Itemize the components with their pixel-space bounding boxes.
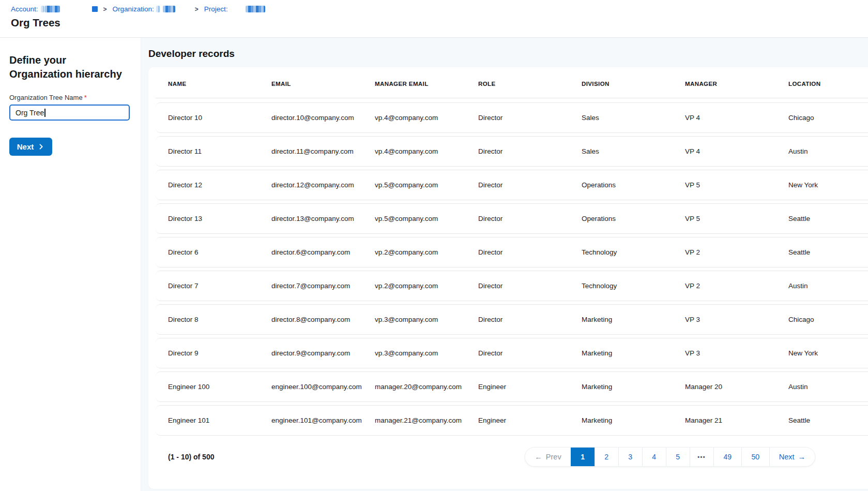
table-cell: Director 8 [168,316,271,323]
table-cell: Director [478,316,582,323]
table-cell: vp.3@company.com [375,316,478,323]
redacted-value [92,6,98,12]
sidebar: Define your Organization hierarchy Organ… [0,38,141,491]
table-cell: VP 3 [685,349,788,357]
table-cell: Sales [582,114,685,122]
table-cell: vp.5@company.com [375,181,478,189]
column-header: MANAGER [685,81,788,87]
table-cell: Director 10 [168,114,271,122]
table-row: Director 8director.8@company.comvp.3@com… [156,304,868,335]
table-cell: VP 5 [685,181,788,189]
page-button-1[interactable]: 1 [571,448,595,466]
page-button-5[interactable]: 5 [666,448,690,466]
table-cell: Director 12 [168,181,271,189]
table-cell: VP 3 [685,316,788,323]
column-header: MANAGER EMAIL [375,81,478,87]
table-cell: Austin [788,282,868,290]
developer-records-heading: Developer records [148,48,868,59]
table-cell: vp.2@company.com [375,282,478,290]
table-cell: Seattle [788,215,868,222]
table-cell: New York [788,349,868,357]
table-cell: vp.2@company.com [375,248,478,256]
table-cell: VP 2 [685,282,788,290]
table-cell: Marketing [582,416,685,424]
table-cell: VP 4 [685,114,788,122]
table-cell: vp.4@company.com [375,114,478,122]
table-cell: Director 7 [168,282,271,290]
table-header-row: NAMEEMAILMANAGER EMAILROLEDIVISIONMANAGE… [156,69,868,98]
table-cell: Director 11 [168,147,271,155]
table-cell: Engineer [478,416,582,424]
page-button-50[interactable]: 50 [741,448,769,466]
table-cell: director.8@company.com [271,316,375,323]
next-page-button[interactable]: Next → [769,448,815,466]
table-cell: manager.20@company.com [375,383,478,391]
table-row: Engineer 100engineer.100@company.commana… [156,371,868,402]
table-cell: vp.3@company.com [375,349,478,357]
table-cell: Operations [582,215,685,222]
org-tree-name-input-value: Org Tree [16,109,44,117]
table-cell: Engineer 100 [168,383,271,391]
table-row: Director 6director.6@company.comvp.2@com… [156,237,868,267]
breadcrumb-account-link[interactable]: Account: [11,5,38,13]
arrow-right-icon: → [798,453,806,461]
table-cell: director.9@company.com [271,349,375,357]
chevron-right-icon [38,143,44,150]
table-cell: vp.5@company.com [375,215,478,222]
table-cell: Engineer [478,383,582,391]
table-cell: director.10@company.com [271,114,375,122]
table-cell: VP 5 [685,215,788,222]
table-cell: Director 6 [168,248,271,256]
main-panel: Developer records NAMEEMAILMANAGER EMAIL… [141,38,868,491]
breadcrumb-organization-link[interactable]: Organization: [113,5,154,13]
chevron-right-icon: > [103,6,107,13]
table-row: Director 12director.12@company.comvp.5@c… [156,170,868,200]
arrow-left-icon: ← [535,453,542,461]
org-tree-name-label: Organization Tree Name* [9,94,130,101]
table-cell: Director [478,147,582,155]
table-row: Director 11director.11@company.comvp.4@c… [156,136,868,167]
table-cell: director.6@company.com [271,248,375,256]
breadcrumb: Account: > Organization: > Project: [11,5,868,13]
table-cell: Director [478,248,582,256]
table-cell: Marketing [582,316,685,323]
table-cell: engineer.101@company.com [271,416,375,424]
sidebar-heading: Define your Organization hierarchy [9,53,127,81]
table-cell: Director [478,349,582,357]
table-cell: director.11@company.com [271,147,375,155]
developer-records-card: NAMEEMAILMANAGER EMAILROLEDIVISIONMANAGE… [148,67,868,489]
chevron-right-icon: > [195,6,199,13]
page-button-3[interactable]: 3 [618,448,642,466]
table-footer: (1 - 10) of 500 ← Prev 12345•••4950 Next… [156,439,868,475]
table-row: Director 10director.10@company.comvp.4@c… [156,102,868,133]
column-header: NAME [168,81,271,87]
redacted-value [156,6,160,12]
next-button[interactable]: Next [9,138,52,156]
prev-page-button[interactable]: ← Prev [525,448,570,466]
page-button-2[interactable]: 2 [595,448,618,466]
table-cell: Director 13 [168,215,271,222]
redacted-value [163,6,175,12]
table-cell: director.12@company.com [271,181,375,189]
org-tree-name-input[interactable]: Org Tree [9,105,130,121]
table-row: Director 13director.13@company.comvp.5@c… [156,203,868,234]
table-cell: Marketing [582,349,685,357]
redacted-value [246,6,265,12]
table-cell: manager.21@company.com [375,416,478,424]
table-cell: Chicago [788,316,868,323]
column-header: DIVISION [582,81,685,87]
table-row: Director 7director.7@company.comvp.2@com… [156,271,868,301]
table-cell: Director [478,181,582,189]
page-button-4[interactable]: 4 [642,448,666,466]
table-cell: Technology [582,248,685,256]
pagination-summary: (1 - 10) of 500 [168,453,214,461]
table-cell: Director [478,114,582,122]
table-row: Engineer 101engineer.101@company.commana… [156,405,868,436]
required-marker: * [84,94,87,101]
table-cell: New York [788,181,868,189]
table-row: Director 9director.9@company.comvp.3@com… [156,338,868,368]
page-button-49[interactable]: 49 [713,448,741,466]
breadcrumb-project-link[interactable]: Project: [204,5,228,13]
table-cell: Engineer 101 [168,416,271,424]
table-cell: Marketing [582,383,685,391]
